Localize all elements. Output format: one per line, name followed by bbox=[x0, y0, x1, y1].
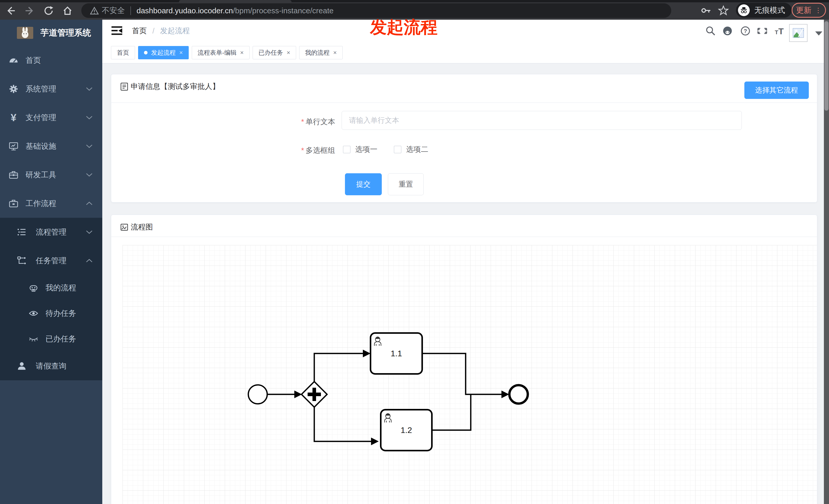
incognito-badge: 无痕模式 bbox=[736, 3, 792, 17]
checkbox-icon[interactable] bbox=[343, 146, 351, 153]
reset-button[interactable]: 重置 bbox=[388, 173, 424, 195]
fullscreen-icon[interactable] bbox=[757, 26, 768, 36]
submit-button[interactable]: 提交 bbox=[345, 173, 382, 195]
sidebar-logo-row[interactable]: 芋道管理系统 bbox=[0, 20, 102, 46]
parallel-gateway[interactable] bbox=[301, 382, 327, 407]
not-secure-warning-icon bbox=[90, 7, 99, 15]
breadcrumb-home[interactable]: 首页 bbox=[132, 26, 147, 36]
bookmark-star-icon[interactable] bbox=[718, 5, 729, 16]
sidebar-item-done-tasks[interactable]: 已办任务 bbox=[0, 326, 102, 352]
sidebar-item-home[interactable]: 首页 bbox=[0, 46, 102, 75]
tab-label: 已办任务 bbox=[258, 48, 283, 57]
browser-active-tab[interactable] bbox=[179, 0, 291, 2]
start-event[interactable] bbox=[248, 385, 267, 404]
checkbox-group: 选项一 选项二 bbox=[343, 144, 428, 155]
tag-tab-my-process[interactable]: 我的流程× bbox=[299, 46, 343, 59]
task-label: 1.1 bbox=[391, 349, 402, 358]
avatar[interactable] bbox=[789, 24, 807, 42]
end-event[interactable] bbox=[509, 385, 528, 403]
sidebar-item-label: 我的流程 bbox=[45, 283, 76, 293]
sidebar-item-system[interactable]: 系统管理 bbox=[0, 75, 102, 103]
apply-info-title: 申请信息【测试多审批人】 bbox=[131, 81, 220, 92]
sidebar-item-label: 请假查询 bbox=[36, 361, 67, 371]
urlbar-divider bbox=[131, 6, 131, 15]
sidebar-item-my-process[interactable]: 我的流程 bbox=[0, 275, 102, 301]
required-asterisk: * bbox=[301, 118, 304, 126]
app-logo bbox=[17, 27, 33, 39]
top-navbar: 首页 / 发起流程 ? TT bbox=[102, 20, 829, 42]
bpmn-canvas[interactable]: 1.1 1.2 bbox=[122, 245, 817, 504]
sidebar-item-label: 工作流程 bbox=[26, 198, 56, 209]
svg-text:T: T bbox=[779, 26, 784, 36]
task-label: 1.2 bbox=[401, 426, 412, 435]
diagram-title: 流程图 bbox=[131, 222, 153, 232]
close-icon[interactable]: × bbox=[240, 49, 244, 56]
monitor-icon bbox=[9, 141, 19, 151]
task-tree-icon bbox=[17, 256, 27, 266]
browser-forward-icon[interactable] bbox=[24, 5, 35, 16]
tag-tab-done-tasks[interactable]: 已办任务× bbox=[253, 46, 296, 59]
checkbox-option-1[interactable]: 选项一 bbox=[343, 144, 377, 155]
update-button[interactable]: 更新 ⋮ bbox=[792, 3, 826, 17]
help-icon[interactable]: ? bbox=[740, 26, 751, 36]
tag-tab-create-process[interactable]: 发起流程× bbox=[138, 46, 189, 59]
user-task-1-2[interactable]: 1.2 bbox=[381, 410, 432, 451]
browser-home-icon[interactable] bbox=[62, 5, 73, 16]
checkbox-icon[interactable] bbox=[394, 146, 401, 153]
not-secure-label: 不安全 bbox=[102, 5, 125, 16]
tag-tab-form-edit[interactable]: 流程表单-编辑× bbox=[192, 46, 250, 59]
github-icon[interactable] bbox=[722, 26, 733, 36]
breadcrumb: 首页 / 发起流程 bbox=[132, 20, 190, 42]
scrollbar-thumb[interactable] bbox=[824, 21, 828, 111]
chevron-up-icon bbox=[86, 259, 93, 263]
sidebar-item-dev-tools[interactable]: 研发工具 bbox=[0, 160, 102, 189]
search-icon[interactable] bbox=[705, 26, 716, 36]
choose-other-process-button[interactable]: 选择其它流程 bbox=[744, 81, 809, 99]
sidebar-item-workflow[interactable]: 工作流程 bbox=[0, 189, 102, 218]
toolbox-icon bbox=[9, 170, 19, 180]
incognito-icon bbox=[738, 4, 750, 16]
chevron-down-icon bbox=[86, 116, 93, 120]
sidebar-item-payment[interactable]: ¥ 支付管理 bbox=[0, 103, 102, 132]
close-icon[interactable]: × bbox=[179, 49, 183, 56]
avatar-caret-down-icon[interactable] bbox=[815, 31, 822, 36]
browser-tab-strip bbox=[0, 0, 829, 2]
tag-tab-home[interactable]: 首页 bbox=[111, 46, 135, 59]
eye-open-icon bbox=[29, 308, 38, 318]
screen: 不安全 dashboard.yudao.iocoder.cn/bpm/proce… bbox=[0, 0, 829, 504]
single-line-text-input[interactable] bbox=[341, 111, 742, 130]
browser-menu-dots-icon[interactable]: ⋮ bbox=[815, 9, 822, 12]
sidebar-item-infrastructure[interactable]: 基础设施 bbox=[0, 132, 102, 160]
browser-reload-icon[interactable] bbox=[43, 5, 54, 16]
process-diagram-card: 流程图 bbox=[111, 215, 817, 504]
sidebar-item-label: 流程管理 bbox=[36, 227, 67, 237]
user-task-1-1[interactable]: 1.1 bbox=[370, 333, 422, 374]
breadcrumb-current: 发起流程 bbox=[160, 26, 190, 36]
checkbox-option-2[interactable]: 选项二 bbox=[394, 144, 428, 155]
card-divider bbox=[111, 237, 817, 237]
app-title: 芋道管理系统 bbox=[40, 27, 91, 39]
sidebar-item-leave-query[interactable]: 请假查询 bbox=[0, 352, 102, 380]
close-icon[interactable]: × bbox=[287, 49, 290, 56]
eye-closed-icon bbox=[29, 334, 38, 344]
person-icon bbox=[17, 361, 27, 371]
incognito-label: 无痕模式 bbox=[754, 5, 785, 15]
password-key-icon[interactable] bbox=[700, 5, 711, 16]
sidebar-item-label: 研发工具 bbox=[26, 170, 56, 180]
active-dot-icon bbox=[144, 51, 148, 54]
briefcase-icon bbox=[9, 199, 19, 208]
workflow-submenu: 流程管理 任务管理 我的流程 待办任务 已办 bbox=[0, 218, 102, 380]
sidebar-item-process-management[interactable]: 流程管理 bbox=[0, 218, 102, 246]
font-size-icon[interactable]: TT bbox=[774, 26, 785, 36]
diagram-header: 流程图 bbox=[120, 223, 153, 232]
sidebar-item-todo-tasks[interactable]: 待办任务 bbox=[0, 301, 102, 326]
apply-info-header: 申请信息【测试多审批人】 bbox=[120, 81, 220, 92]
chevron-down-icon bbox=[86, 173, 93, 177]
page-scrollbar[interactable] bbox=[824, 20, 829, 504]
sidebar-collapse-icon[interactable] bbox=[111, 26, 122, 36]
bpmn-diagram: 1.1 1.2 bbox=[122, 245, 817, 504]
chevron-down-icon bbox=[86, 144, 93, 148]
browser-back-icon[interactable] bbox=[5, 5, 16, 16]
sidebar-item-task-management[interactable]: 任务管理 bbox=[0, 246, 102, 275]
close-icon[interactable]: × bbox=[333, 49, 337, 56]
